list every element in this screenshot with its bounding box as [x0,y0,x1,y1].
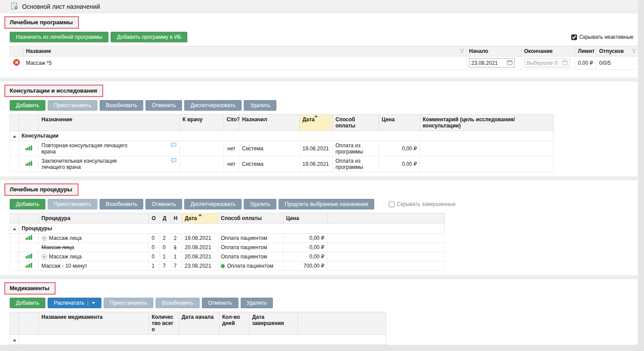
end-date-input[interactable]: Выберите д [524,58,570,67]
filter-icon[interactable] [459,49,465,55]
filter-icon[interactable] [631,49,637,55]
consultations-section-head: Консультации и исследования [0,82,638,99]
consultation-row[interactable]: Заключительная консультация лечащего вра… [10,157,554,172]
delete-consultation-button[interactable]: Удалить [244,100,276,111]
delete-procedure-button[interactable]: Удалить [244,199,276,209]
cell-o: 0 [149,234,160,243]
pause-consultation-button[interactable]: Приостановить [48,100,97,111]
column-header-name[interactable]: Название [23,46,466,56]
titlebar: Основной лист назначений [0,0,638,13]
add-procedure-button[interactable]: Добавить [10,199,45,209]
cell-date: 20.08.2021 [182,243,218,252]
add-program-to-ib-button[interactable]: Добавить программу в ИБ [111,32,187,42]
pause-procedure-button[interactable]: Приостановить [48,199,97,209]
cell-o: 1 [149,261,160,271]
column-header-payment[interactable]: Способ оплаты [218,213,283,224]
cell-expand [10,252,19,261]
column-header-vacations[interactable]: Отпусков [596,46,638,56]
dispatch-procedure-button[interactable]: Диспетчеризовать [184,199,242,209]
hide-completed-checkbox[interactable]: Скрывать завершенные [389,201,456,207]
column-header-limit[interactable]: Лимит [575,46,596,56]
column-header-date[interactable]: Дата [182,213,218,224]
procedure-row[interactable]: Массаж - 10 минут 1 7 7 23.08.2021 Оплат… [10,261,445,271]
column-header-o[interactable]: О [149,213,160,224]
cancel-procedure-button[interactable]: Отменить [145,199,182,209]
sort-ascending-icon [314,115,318,117]
consultations-section: Добавить Приостановить Возобновить Отмен… [0,100,638,172]
dispatch-consultation-button[interactable]: Диспетчеризовать [184,100,242,111]
column-header-start[interactable]: Начало [466,46,521,56]
consultation-row[interactable]: Повторная консультация лечащего врача не… [10,141,554,157]
collapse-group-icon[interactable] [13,339,16,341]
cancel-consultation-button[interactable]: Отменить [145,100,182,111]
cell-expand [10,335,19,345]
resume-procedure-button[interactable]: Возобновить [100,199,144,209]
column-header-payment[interactable]: Способ оплаты [333,115,379,131]
hide-completed-checkbox-input[interactable] [389,202,395,207]
comment-bubble-icon[interactable] [171,158,177,165]
column-header-assigned-by[interactable]: Назначил [239,115,300,131]
column-header-days[interactable]: Кол-во дней [220,312,249,335]
button-separator [88,300,88,306]
assign-from-program-button[interactable]: Назначить из лечебной программы [10,32,108,42]
cell-status [19,261,39,271]
resume-medication-button[interactable]: Возобновить [156,298,200,308]
app-window: Основной лист назначений Лечебные програ… [0,0,638,345]
hide-inactive-checkbox-input[interactable] [571,34,577,40]
cancel-medication-button[interactable]: Отменить [202,298,238,308]
column-header-price[interactable]: Цена [379,115,420,131]
program-row[interactable]: Массаж *5 23.08.2021 Выберите д [10,56,638,70]
column-header-date[interactable]: Дата [300,115,333,131]
column-header-status [19,312,39,335]
cell-procedure-name: Массаж - 10 минут [39,261,149,271]
column-header-empty [298,312,386,335]
collapse-group-icon[interactable] [13,228,16,230]
column-header-procedure[interactable]: Процедура [39,213,149,224]
column-header-expand [10,312,19,335]
cell-end-date: Выберите д [521,56,575,70]
column-header-doctor[interactable]: К врачу [180,115,224,131]
cell-expand [10,345,19,345]
column-header-price[interactable]: Цена [283,213,328,224]
add-consultation-button[interactable]: Добавить [10,100,45,111]
comment-bubble-icon[interactable] [171,142,177,149]
cell-empty [328,234,445,243]
calendar-icon[interactable] [562,60,568,67]
extend-selected-button[interactable]: Продлить выбранные назначения [279,199,374,209]
medication-row[interactable]: Анаприлин 10 (Anaprilin) 10 23.08.2021 1… [10,345,386,345]
hide-inactive-checkbox[interactable]: Скрывать неактивные [571,34,633,40]
program-source-icon [41,235,47,241]
cell-price: 0,00 ₽ [283,234,328,243]
column-header-d[interactable]: Д [160,213,171,224]
column-header-status [19,115,39,131]
column-header-med-name[interactable]: Название медикамента [39,312,149,335]
collapse-group-icon[interactable] [13,135,16,138]
procedure-row[interactable]: Массаж лица 0 2 2 19.08.2021 Оплата паци… [10,234,445,243]
chevron-down-icon[interactable] [92,302,95,304]
cell-procedure-name: Массаж лица [39,243,149,252]
section-title-procedures: Лечебные процедуры [4,183,78,196]
column-header-assignment[interactable]: Назначение [39,115,180,131]
add-medication-button[interactable]: Добавить [10,298,45,308]
cell-payment: Оплата пациентом [218,243,283,252]
deactivate-program-icon[interactable] [13,59,20,66]
column-header-qty[interactable]: Количество всего [149,312,179,335]
column-header-n[interactable]: Н [171,213,182,224]
cell-price: 0,00 ₽ [283,252,328,261]
procedure-row[interactable]: Массаж лица 0 1 1 20.08.2021 Оплата паци… [10,252,445,261]
start-date-input[interactable]: 23.08.2021 [469,58,515,67]
column-header-end[interactable]: Дата завершения [249,312,298,335]
resume-consultation-button[interactable]: Возобновить [100,100,144,111]
pause-medication-button[interactable]: Приостановить [104,298,153,308]
column-header-end[interactable]: Окончание [521,46,575,56]
cell-n: 1 [171,243,182,252]
calendar-icon[interactable] [507,60,513,67]
procedures-header-row: Процедура О Д Н Дата Способ оплаты Цена [10,213,445,224]
cell-program-name: Массаж *5 [23,56,466,70]
delete-medication-button[interactable]: Удалить [241,298,273,308]
column-header-cito[interactable]: Cito? [224,115,239,131]
print-button[interactable]: Распечатать [48,298,101,308]
column-header-start[interactable]: Дата начала [179,312,220,335]
procedure-row[interactable]: Массаж лица 0 0 1 20.08.2021 Оплата паци… [10,243,445,252]
column-header-comment[interactable]: Комментарий (цель исследования/ консульт… [420,115,554,131]
